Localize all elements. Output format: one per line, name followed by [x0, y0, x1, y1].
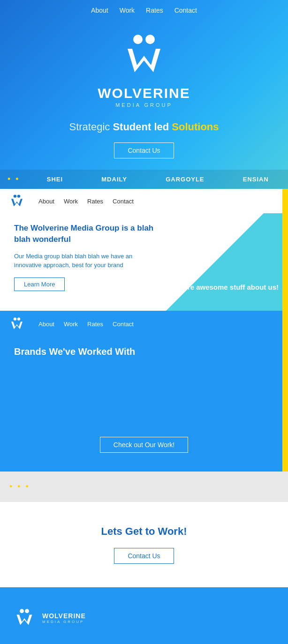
dots-symbol: • • • [9, 482, 30, 492]
contact-cta-btn[interactable]: Contact Us [114, 548, 174, 564]
tagline-solutions: Solutions [172, 121, 219, 133]
nav-work-brands[interactable]: Work [64, 321, 78, 328]
svg-point-1 [145, 35, 155, 44]
about-body: Our Media group blah blah blah we have a… [14, 252, 155, 270]
svg-point-3 [14, 195, 16, 197]
ticker-dots: • • [0, 174, 28, 184]
svg-point-10 [20, 609, 24, 613]
footer-section: WOLVERINE MEDIA GROUP [0, 587, 288, 644]
learn-more-btn[interactable]: Learn More [14, 277, 65, 291]
hero-cta: Contact Us [0, 142, 288, 158]
ticker-item-shei: SHEI [47, 176, 63, 183]
chevron-down-icon: ⌄ [140, 185, 148, 197]
nav-contact-brands[interactable]: Contact [113, 321, 134, 328]
wolverine-logo-footer [14, 607, 35, 628]
footer-brand: WOLVERINE [42, 612, 86, 620]
nav-about-about[interactable]: About [38, 198, 54, 205]
nav-rates-about[interactable]: Rates [87, 198, 103, 205]
svg-marker-9 [11, 322, 23, 329]
nav-contact-about[interactable]: Contact [113, 198, 134, 205]
about-right-text: Heres some more awesome stuff about us! [135, 282, 279, 292]
brands-section: About Work Rates Contact Brands We've Wo… [0, 311, 288, 472]
svg-marker-5 [11, 199, 23, 206]
footer-brand-sub: MEDIA GROUP [42, 620, 86, 624]
nav-contact-hero[interactable]: Contact [174, 7, 197, 14]
ticker-items: SHEI MDAILY GARGOYLE ENSIAN [28, 176, 288, 183]
hero-contact-btn[interactable]: Contact Us [114, 142, 174, 158]
brands-title: Brands We've Worked With [0, 337, 288, 371]
hero-tagline: Strategic Student led Solutions [0, 121, 288, 133]
brand-name-hero: WOLVERINE [98, 85, 190, 101]
nav-work-hero[interactable]: Work [120, 7, 135, 14]
brand-sub-hero: MEDIA GROUP [115, 102, 173, 108]
about-section: About Work Rates Contact The Wolverine M… [0, 189, 288, 311]
svg-marker-2 [128, 49, 160, 72]
svg-point-8 [17, 317, 20, 320]
ticker-bar: • • SHEI MDAILY GARGOYLE ENSIAN ⌄ [0, 170, 288, 189]
svg-point-4 [17, 195, 20, 197]
nav-rates-hero[interactable]: Rates [146, 7, 163, 14]
tagline-student: Student led [113, 121, 172, 133]
ticker-item-gargoyle: GARGOYLE [166, 176, 204, 183]
tagline-strategic: Strategic [69, 121, 113, 133]
svg-marker-12 [17, 614, 32, 625]
about-yellow-bar [282, 189, 288, 311]
nav-rates-brands[interactable]: Rates [87, 321, 103, 328]
svg-point-11 [25, 609, 29, 613]
dots-section: • • • [0, 472, 288, 502]
svg-point-7 [14, 317, 16, 320]
nav-about-hero[interactable]: About [91, 7, 108, 14]
contact-cta-title: Lets Get to Work! [9, 525, 279, 538]
brands-cta: Check out Our Work! [0, 437, 288, 453]
wolverine-logo-hero [118, 30, 170, 82]
brands-yellow-bar [282, 311, 288, 472]
brands-logos-area [0, 371, 288, 427]
contact-cta-section: Lets Get to Work! Contact Us [0, 502, 288, 587]
nav-work-about[interactable]: Work [64, 198, 78, 205]
wolverine-logo-brands [9, 316, 24, 331]
nav-about-brands[interactable]: About [38, 321, 54, 328]
check-work-btn[interactable]: Check out Our Work! [100, 437, 188, 453]
ticker-item-mdaily: MDAILY [101, 176, 127, 183]
about-heading: The Wolverine Media Group is a blah blah… [14, 223, 155, 245]
brands-nav: About Work Rates Contact [0, 311, 288, 337]
footer-logo-text: WOLVERINE MEDIA GROUP [42, 612, 86, 624]
wolverine-logo-about [9, 194, 24, 209]
svg-point-0 [133, 35, 143, 44]
hero-nav: About Work Rates Contact [0, 0, 288, 21]
ticker-item-ensian: ENSIAN [243, 176, 269, 183]
hero-section: About Work Rates Contact WOLVERINE MEDIA… [0, 0, 288, 189]
logo-area: WOLVERINE MEDIA GROUP [0, 21, 288, 112]
